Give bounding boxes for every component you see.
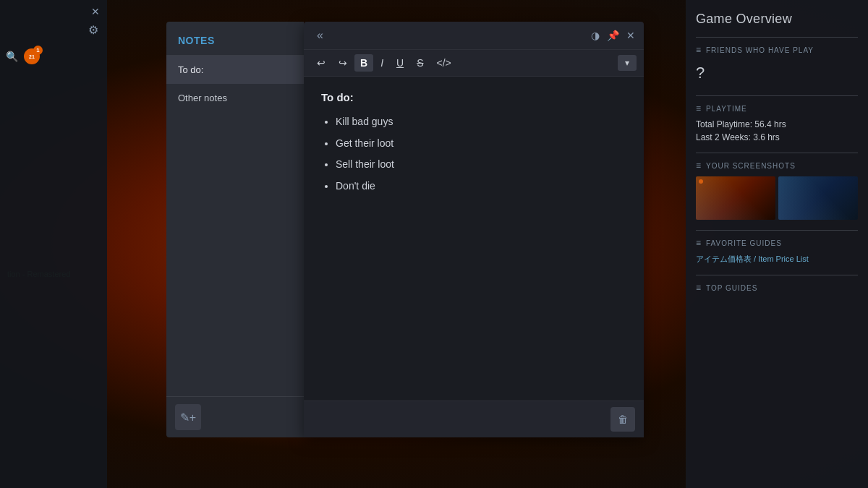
strikethrough-button[interactable]: S [411, 54, 429, 72]
close-icon[interactable]: ✕ [91, 6, 100, 17]
half-moon-icon[interactable]: ◑ [591, 30, 600, 41]
delete-icon: 🗑 [618, 414, 628, 425]
favorite-guides-title: FAVORITE GUIDES [696, 238, 858, 248]
underline-button[interactable]: U [391, 54, 409, 72]
italic-button[interactable]: I [375, 54, 389, 72]
redo-button[interactable]: ↪ [333, 54, 353, 72]
right-sidebar: Game Overview FRIENDS WHO HAVE PLAY ? PL… [686, 0, 868, 488]
add-note-icon: ✎+ [180, 411, 196, 424]
list-item: Don't die [336, 179, 626, 194]
recent-playtime: Last 2 Weeks: 3.6 hrs [696, 132, 858, 142]
steam-sidebar: ✕ ⚙ 🔍 21 1 [0, 0, 107, 488]
close-icon[interactable]: ✕ [626, 30, 635, 41]
playtime-section-title: PLAYTIME [696, 103, 858, 114]
search-icon[interactable]: 🔍 [6, 51, 18, 62]
notes-item-other[interactable]: Other notes [166, 84, 304, 112]
dropdown-button[interactable]: ▾ [618, 55, 637, 71]
screenshot-indicator [699, 179, 703, 184]
list-item: Kill bad guys [336, 115, 626, 129]
pin-icon[interactable]: 📌 [607, 30, 619, 41]
friends-question-mark: ? [696, 61, 858, 85]
todo-list: Kill bad guys Get their loot Sell their … [321, 115, 626, 193]
screenshots-section: YOUR SCREENSHOTS [696, 153, 858, 220]
total-playtime: Total Playtime: 56.4 hrs [696, 119, 858, 129]
screenshot-thumb[interactable] [778, 176, 858, 220]
list-item: Get their loot [336, 137, 626, 151]
editor-footer: 🗑 [304, 401, 644, 437]
friends-section: FRIENDS WHO HAVE PLAY ? [696, 37, 858, 85]
screenshot-thumb[interactable] [696, 176, 775, 220]
editor-nav-buttons: « [312, 27, 328, 43]
gear-icon[interactable]: ⚙ [88, 23, 98, 37]
notes-item-todo[interactable]: To do: [166, 56, 304, 84]
content-title: To do: [321, 91, 626, 103]
editor-content: To do: Kill bad guys Get their loot Sell… [304, 77, 644, 401]
list-item: Sell their loot [336, 158, 626, 172]
code-button[interactable]: </> [430, 54, 456, 72]
top-guides-title: TOP GUIDES [696, 275, 858, 293]
back-button[interactable]: « [312, 27, 328, 43]
friends-section-title: FRIENDS WHO HAVE PLAY [696, 45, 858, 55]
notes-panel: NOTES To do: Other notes ✎+ [166, 22, 304, 437]
search-row: 🔍 21 1 [0, 48, 107, 64]
avatar[interactable]: 21 1 [24, 48, 40, 64]
add-note-button[interactable]: ✎+ [175, 404, 201, 430]
editor-toolbar: ↩ ↪ B I U S </> ▾ [304, 50, 644, 77]
game-overview-title: Game Overview [696, 12, 858, 27]
screenshots-grid [696, 176, 858, 220]
notes-title: NOTES [166, 22, 304, 56]
notes-footer: ✎+ [166, 396, 304, 437]
editor-panel: « ◑ 📌 ✕ ↩ ↪ B I U S </> ▾ To do: Kill ba… [304, 22, 644, 437]
notes-list: To do: Other notes [166, 56, 304, 396]
undo-button[interactable]: ↩ [311, 54, 331, 72]
delete-button[interactable]: 🗑 [610, 407, 635, 432]
avatar-badge-count: 1 [33, 46, 43, 55]
bold-button[interactable]: B [354, 54, 373, 72]
favorite-guide-link[interactable]: アイテム価格表 / Item Price List [696, 254, 858, 265]
favorite-guides-section: FAVORITE GUIDES アイテム価格表 / Item Price Lis… [696, 230, 858, 265]
editor-window-buttons: ◑ 📌 ✕ [591, 30, 635, 41]
screenshots-section-title: YOUR SCREENSHOTS [696, 160, 858, 171]
playtime-section: PLAYTIME Total Playtime: 56.4 hrs Last 2… [696, 95, 858, 142]
editor-topbar: « ◑ 📌 ✕ [304, 22, 644, 50]
